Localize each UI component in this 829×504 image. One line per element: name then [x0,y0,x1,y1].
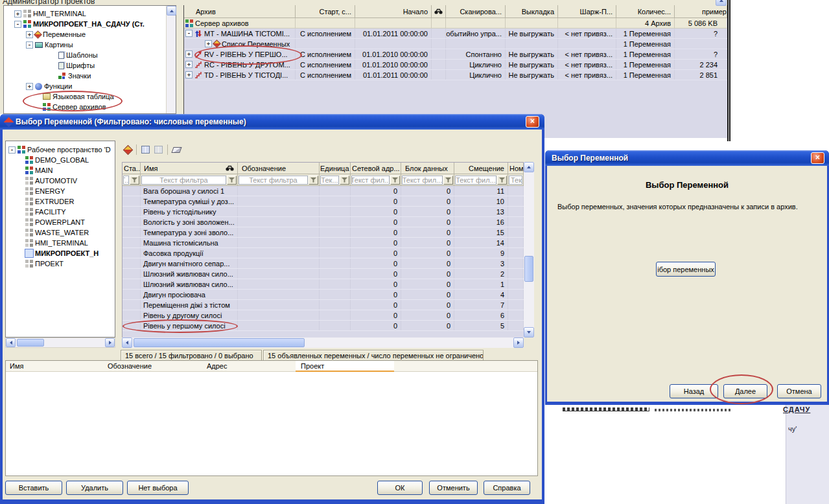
filter-button[interactable] [390,176,400,185]
column-header-data-block[interactable]: Блок данных [401,163,454,174]
column-header-scan[interactable]: Сканирова... [446,5,506,18]
column-header-designation[interactable]: Обозначение [108,362,152,370]
scroll-up-button[interactable] [524,162,534,172]
table-vertical-scrollbar[interactable] [524,162,534,338]
tree-item-demo-global[interactable]: DEMO_GLOBAL [25,155,89,165]
column-header-archive[interactable]: Архив [184,5,296,18]
filter-button[interactable] [227,176,237,185]
expander-icon[interactable]: + [185,71,193,78]
variable-row[interactable]: Фасовка продукції009 [123,248,524,258]
tree-item-main[interactable]: MAIN [25,165,53,176]
tree-item-extruder[interactable]: EXTRUDER [25,196,75,207]
expander-icon[interactable]: + [205,40,212,47]
column-header-unload[interactable]: Выкладка [506,5,558,18]
filter-button[interactable] [443,176,453,185]
scrollbar-thumb[interactable] [17,339,44,347]
tree-scrollbar[interactable] [166,6,176,113]
close-icon[interactable]: × [811,152,824,164]
expander-icon[interactable]: - [185,30,193,37]
table-horizontal-scrollbar[interactable] [122,338,524,348]
archive-row-variable-list[interactable]: +Список Переменных 1 Переменная [184,39,727,49]
variable-row[interactable]: Температура суміші у доз...0010 [123,196,524,207]
scroll-up-button[interactable] [167,6,176,16]
tree-item-workspace[interactable]: - Рабочее пространство 'D [8,144,111,155]
tree-item-powerplant[interactable]: POWERPLANT [25,217,85,227]
column-header-start[interactable]: Старт, с... [296,5,355,18]
column-header-unit[interactable]: Единица [320,163,351,174]
expander-icon[interactable]: + [185,61,193,68]
no-selection-button[interactable]: Нет выбора [127,481,189,495]
filter-input[interactable]: Текст фильтра [239,176,308,185]
expander-icon[interactable]: - [8,146,16,154]
filter-button[interactable] [340,176,349,185]
filter-input[interactable]: Тек [509,176,522,185]
variable-row-circled[interactable]: Рівень у першому силосі005 [123,321,524,331]
tree-item-hmi-terminal[interactable]: + HMI_TERMINAL [14,8,86,19]
variable-row[interactable]: Рівень у тістодільнику0013 [123,207,524,217]
filter-input[interactable]: Г... [123,176,129,185]
scrollbar-thumb[interactable] [524,256,533,282]
tree-item-waste-water[interactable]: WASTE_WATER [25,227,89,238]
scrollbar-thumb[interactable] [134,338,305,347]
tree-item-icons[interactable]: Значки [58,71,91,81]
expander-icon[interactable]: - [14,21,21,28]
column-header-status[interactable]: Ста... [123,163,141,174]
variable-row[interactable]: Температура у зоні зволо...0015 [123,227,524,238]
column-header-project-active[interactable]: Проект [296,361,394,372]
tree-item-pictures[interactable]: - Картины [26,40,73,50]
scroll-right-button[interactable] [105,338,115,347]
expander-icon[interactable]: + [26,31,33,38]
filter-button[interactable] [309,176,318,185]
filter-input[interactable]: Тек... [320,176,339,185]
column-header-address[interactable]: Адрес [207,362,228,370]
column-header-name[interactable]: Имя [141,163,238,174]
close-icon[interactable]: × [526,116,539,128]
tree-item-project[interactable]: ПРОЕКТ [25,258,64,269]
tree-item-variables[interactable]: + Переменные [26,29,86,40]
variable-row[interactable]: Шлюзний живлювач сило...002 [123,269,524,279]
tree-item-facility[interactable]: FACILITY [25,207,66,217]
tree-item-functions[interactable]: + Функции [26,81,72,91]
cancel-button[interactable]: Отменить [429,481,478,495]
filter-input[interactable]: Текст фил... [402,176,443,185]
scroll-left-button[interactable] [122,338,132,348]
eraser-icon[interactable] [171,147,181,153]
tree-item-hmi-terminal[interactable]: HMI_TERMINAL [25,238,88,248]
expander-icon[interactable]: - [26,41,33,49]
archive-row-mt[interactable]: -МТ - МАШИНА ТІСТОМІ... С исполнением 01… [184,29,727,39]
expander-icon[interactable]: + [14,10,21,17]
scroll-down-button[interactable] [524,327,534,338]
variable-row[interactable]: Вага борошна у силосі 10011 [123,186,524,196]
next-button[interactable]: Далее [723,384,767,398]
column-header-chart[interactable]: Шарж-П... [558,5,616,18]
column-header-name[interactable]: Имя [10,362,23,370]
filter-button[interactable] [497,176,507,185]
select-variables-button[interactable]: ібор переменных [656,262,716,277]
dialog-titlebar[interactable]: Выбор Переменной (Фильтровано: числовые … [0,114,544,130]
copy-columns-icon[interactable] [154,146,163,154]
copy-columns-icon[interactable] [141,146,150,154]
cancel-button[interactable]: Отмена [777,384,821,398]
expander-icon[interactable]: + [26,83,33,90]
column-header-size[interactable]: пример [675,5,727,18]
archive-row-td[interactable]: +TD - РІВЕНЬ У ТІСТОДІ... С исполнением … [184,70,727,80]
column-header-number[interactable]: Ном [508,163,524,174]
help-button[interactable]: Справка [484,481,530,495]
variable-row[interactable]: Двигун магнітного сепар...003 [123,258,524,269]
tree-item-fonts[interactable]: Шрифты [58,60,95,71]
scroll-right-button[interactable] [513,338,524,348]
archive-row-server[interactable]: Сервер архивов 4 Архив 5 086 KB [184,18,727,29]
filter-input[interactable]: Текст фильтра [141,176,226,185]
tree-item-templates[interactable]: Шаблоны [58,50,98,60]
tree-item-automotiv[interactable]: AUTOMOTIV [25,176,77,186]
tag-icon[interactable] [123,144,134,155]
ok-button[interactable]: ОК [377,481,423,495]
tree-item-energy[interactable]: ENERGY [25,186,65,196]
tree-item-language-table[interactable]: Языковая таблица [43,91,114,102]
column-header-find[interactable] [432,5,446,18]
archive-row-rc[interactable]: +RC - РІВЕНЬ У ДРУГОМ... С исполнением 0… [184,60,727,70]
variable-row[interactable]: Рівень у другому силосі006 [123,310,524,321]
archive-row-rv[interactable]: +RV - РІВЕНЬ У ПЕРШО... С исполнением 01… [184,49,727,60]
variable-row[interactable]: Шлюзний живлювач сило...001 [123,279,524,290]
tree-item-microproject[interactable]: МИКРОПРОЕКТ_Н [25,248,99,258]
